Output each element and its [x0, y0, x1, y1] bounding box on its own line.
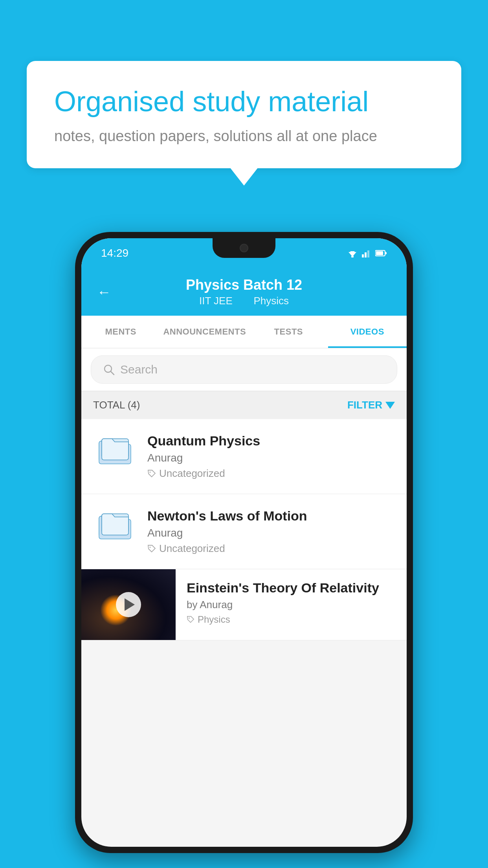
back-button[interactable]: ← [97, 284, 111, 300]
signal-icon [362, 249, 371, 257]
svg-rect-7 [385, 252, 387, 254]
phone-mockup: 14:29 [75, 232, 413, 853]
video-title-1: Quantum Physics [147, 433, 395, 449]
filter-icon [385, 402, 395, 409]
tab-ments[interactable]: MENTS [81, 316, 160, 348]
list-item[interactable]: Quantum Physics Anurag Uncategorized [81, 419, 407, 494]
svg-point-2 [351, 256, 354, 257]
svg-point-17 [189, 618, 190, 619]
svg-rect-4 [365, 252, 367, 257]
phone-screen: 14:29 [81, 238, 407, 847]
svg-point-16 [150, 546, 151, 548]
tag-icon [147, 469, 156, 478]
tag-icon [147, 544, 156, 553]
tab-tests[interactable]: TESTS [249, 316, 328, 348]
video-thumbnail-3 [81, 569, 176, 640]
wifi-icon [347, 249, 358, 257]
video-author-3: by Anurag [187, 599, 395, 611]
video-tag-2: Uncategorized [147, 542, 395, 555]
header-title: Physics Batch 12 [186, 277, 302, 293]
header-subtitle: IIT JEE Physics [186, 295, 302, 307]
video-author-2: Anurag [147, 527, 395, 539]
search-placeholder: Search [120, 363, 158, 376]
video-tag-3: Physics [187, 614, 395, 625]
folder-icon [97, 508, 132, 540]
speech-bubble: Organised study material notes, question… [27, 61, 461, 168]
svg-rect-8 [376, 251, 383, 255]
svg-line-10 [111, 371, 114, 375]
video-title-2: Newton's Laws of Motion [147, 508, 395, 524]
filter-label: FILTER [347, 399, 382, 411]
list-item[interactable]: Einstein's Theory Of Relativity by Anura… [81, 569, 407, 640]
tab-announcements[interactable]: ANNOUNCEMENTS [160, 316, 249, 348]
video-info-3: Einstein's Theory Of Relativity by Anura… [187, 569, 395, 636]
header-subtitle-part1: IIT JEE [199, 295, 233, 307]
tabs-bar: MENTS ANNOUNCEMENTS TESTS VIDEOS [81, 316, 407, 348]
video-info-2: Newton's Laws of Motion Anurag Uncategor… [147, 508, 395, 555]
video-tag-1: Uncategorized [147, 467, 395, 480]
phone-outer: 14:29 [75, 232, 413, 853]
header-center: Physics Batch 12 IIT JEE Physics [186, 277, 302, 307]
total-label: TOTAL (4) [93, 399, 140, 411]
list-item[interactable]: Newton's Laws of Motion Anurag Uncategor… [81, 494, 407, 569]
tab-videos[interactable]: VIDEOS [328, 316, 407, 348]
play-button[interactable] [116, 592, 141, 617]
status-icons [347, 249, 387, 257]
app-header: ← Physics Batch 12 IIT JEE Physics [81, 268, 407, 316]
tag-icon [187, 616, 194, 623]
camera-dot [240, 244, 248, 252]
svg-rect-5 [367, 250, 369, 257]
notch [213, 238, 275, 258]
item-thumbnail-2 [93, 508, 136, 540]
video-info-1: Quantum Physics Anurag Uncategorized [147, 433, 395, 480]
video-tag-label-1: Uncategorized [159, 467, 225, 480]
play-icon [125, 598, 135, 611]
status-bar: 14:29 [81, 238, 407, 268]
header-subtitle-separator [242, 295, 247, 307]
search-container: Search [81, 348, 407, 391]
battery-icon [375, 250, 387, 257]
video-author-1: Anurag [147, 452, 395, 464]
item-thumbnail-1 [93, 433, 136, 465]
video-list: Quantum Physics Anurag Uncategorized [81, 419, 407, 640]
video-title-3: Einstein's Theory Of Relativity [187, 580, 395, 596]
search-icon [103, 364, 115, 375]
filter-button[interactable]: FILTER [347, 399, 395, 411]
status-time: 14:29 [101, 247, 128, 259]
header-subtitle-part2: Physics [253, 295, 289, 307]
search-bar[interactable]: Search [91, 355, 397, 384]
filter-row: TOTAL (4) FILTER [81, 391, 407, 419]
video-tag-label-2: Uncategorized [159, 542, 225, 555]
video-tag-label-3: Physics [198, 614, 230, 625]
hero-section: Organised study material notes, question… [27, 61, 461, 168]
folder-icon [97, 433, 132, 465]
svg-rect-3 [362, 254, 364, 257]
svg-point-13 [150, 471, 151, 473]
hero-title: Organised study material [54, 85, 434, 118]
hero-subtitle: notes, question papers, solutions all at… [54, 128, 434, 145]
